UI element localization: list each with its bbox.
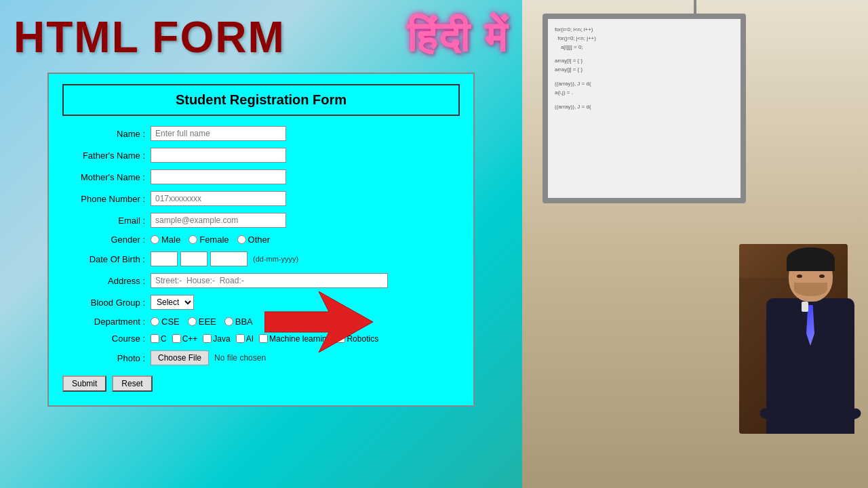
mother-label: Mother's Name : — [62, 172, 151, 182]
right-panel: for(i=0; i<n; i++) for(j=0; j<n; j++) a[… — [522, 0, 868, 488]
blood-label: Blood Group : — [62, 298, 151, 308]
email-row: Email : — [62, 213, 460, 228]
gender-other-radio[interactable] — [237, 235, 246, 244]
mother-input[interactable] — [151, 169, 286, 184]
whiteboard-content: for(i=0; i<n; i++) for(j=0; j<n; j++) a[… — [548, 19, 741, 118]
dept-bba[interactable]: BBA — [224, 317, 253, 327]
name-input[interactable] — [151, 126, 286, 141]
svg-marker-0 — [264, 291, 373, 352]
name-row: Name : — [62, 126, 460, 141]
form-title-box: Student Registration Form — [62, 84, 460, 116]
person-body — [766, 298, 854, 434]
dob-month[interactable] — [180, 251, 208, 266]
person-hair — [787, 247, 835, 271]
address-input[interactable] — [151, 273, 388, 288]
hindi-title: हिंदी में — [407, 13, 509, 62]
gender-label: Gender : — [62, 235, 151, 245]
phone-row: Phone Number : — [62, 191, 460, 206]
dob-format: (dd-mm-yyyy) — [253, 255, 298, 263]
address-label: Address : — [62, 276, 151, 286]
gender-group: Male Female Other — [151, 235, 270, 245]
email-input[interactable] — [151, 213, 286, 228]
dept-label: Department : — [62, 317, 151, 327]
address-row: Address : — [62, 273, 460, 288]
course-row: Course : C C++ Java AI Machine learning — [62, 333, 460, 344]
father-input[interactable] — [151, 148, 286, 163]
file-section: Choose File No file chosen — [151, 350, 266, 365]
course-c-check[interactable] — [151, 334, 159, 343]
classroom-background: for(i=0; i<n; i++) for(j=0; j<n; j++) a[… — [522, 0, 868, 488]
main-title: HTML FORM — [14, 12, 285, 62]
course-cpp[interactable]: C++ — [172, 334, 198, 344]
submit-button[interactable]: Submit — [62, 375, 106, 392]
course-label: Course : — [62, 333, 151, 344]
course-cpp-check[interactable] — [172, 334, 181, 343]
phone-label: Phone Number : — [62, 194, 151, 204]
course-ai-check[interactable] — [236, 334, 245, 343]
form-title: Student Registration Form — [71, 92, 452, 108]
gender-other[interactable]: Other — [237, 235, 271, 245]
photo-label: Photo : — [62, 353, 151, 363]
no-file-text: No file chosen — [214, 353, 266, 363]
blood-row: Blood Group : Select A+ A- B+ B- O+ O- A… — [62, 295, 460, 310]
father-row: Father's Name : — [62, 148, 460, 163]
course-c[interactable]: C — [151, 334, 167, 344]
dob-day[interactable] — [151, 251, 178, 266]
name-label: Name : — [62, 129, 151, 139]
course-java-check[interactable] — [203, 334, 212, 343]
dob-row: Date Of Birth : (dd-mm-yyyy) — [62, 251, 460, 266]
dept-row: Department : CSE EEE BBA — [62, 317, 460, 327]
course-java[interactable]: Java — [203, 334, 230, 344]
dept-eee[interactable]: EEE — [188, 317, 216, 327]
form-container: Student Registration Form Name : Father'… — [47, 73, 475, 407]
dept-cse[interactable]: CSE — [151, 317, 180, 327]
dept-group: CSE EEE BBA — [151, 317, 253, 327]
course-ai[interactable]: AI — [236, 334, 254, 344]
person-head — [789, 251, 833, 302]
gender-male[interactable]: Male — [151, 235, 180, 245]
father-label: Father's Name : — [62, 150, 151, 161]
whiteboard: for(i=0; i<n; i++) for(j=0; j<n; j++) a[… — [542, 14, 746, 203]
email-label: Email : — [62, 216, 151, 226]
title-bar: HTML FORM हिंदी में — [0, 0, 522, 69]
person — [766, 251, 854, 434]
gender-female[interactable]: Female — [189, 235, 229, 245]
left-panel: HTML FORM हिंदी में Student Registration… — [0, 0, 522, 488]
dept-cse-radio[interactable] — [151, 317, 159, 326]
phone-input[interactable] — [151, 191, 286, 206]
button-row: Submit Reset — [62, 375, 460, 392]
dob-year[interactable] — [210, 251, 248, 266]
gender-row: Gender : Male Female Other — [62, 235, 460, 245]
blood-select[interactable]: Select A+ A- B+ B- O+ O- AB+ AB- — [151, 295, 194, 310]
mother-row: Mother's Name : — [62, 169, 460, 184]
choose-file-button[interactable]: Choose File — [151, 350, 209, 365]
dob-group: (dd-mm-yyyy) — [151, 251, 298, 266]
dept-bba-radio[interactable] — [224, 317, 233, 326]
gender-male-radio[interactable] — [151, 235, 159, 244]
arrow-icon — [264, 291, 373, 352]
photo-row: Photo : Choose File No file chosen — [62, 350, 460, 365]
dept-eee-radio[interactable] — [188, 317, 197, 326]
gender-female-radio[interactable] — [189, 235, 197, 244]
dob-label: Date Of Birth : — [62, 254, 151, 264]
reset-button[interactable]: Reset — [112, 375, 152, 392]
